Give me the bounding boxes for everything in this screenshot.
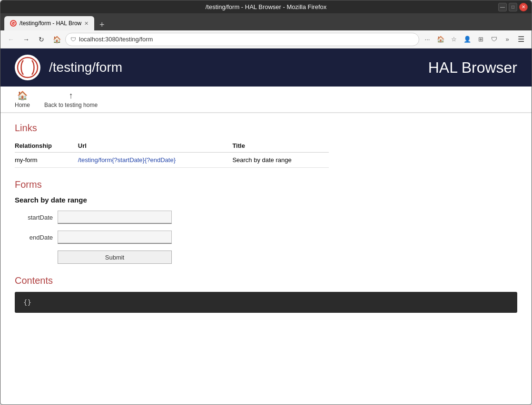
home-label: Home — [15, 102, 30, 108]
hal-browser-title: HAL Browser — [428, 59, 517, 77]
minimize-button[interactable]: — — [498, 3, 507, 11]
cell-relationship: my-form — [15, 153, 78, 168]
hal-current-path: /testing/form — [49, 60, 122, 75]
reload-button[interactable]: ↻ — [35, 33, 48, 46]
end-date-group: endDate — [15, 231, 517, 244]
forms-title: Forms — [15, 179, 517, 190]
pocket-button[interactable]: 🏠 — [434, 33, 447, 46]
tab-title: /testing/form - HAL Brow — [20, 20, 81, 27]
start-date-input[interactable] — [58, 211, 172, 224]
tab-close-button[interactable]: ✕ — [84, 20, 89, 27]
overflow-button[interactable]: » — [501, 33, 513, 46]
tab-favicon — [10, 20, 17, 27]
hal-logo-area: /testing/form — [15, 55, 122, 80]
back-nav-button[interactable]: ← — [4, 33, 18, 46]
content-area: Links Relationship Url Title my-form /te… — [0, 113, 532, 322]
profile-button[interactable]: 👤 — [461, 33, 473, 46]
hal-logo — [15, 55, 40, 80]
more-tools-button[interactable]: ··· — [421, 33, 433, 46]
breadcrumb-bar: 🏠 Home ↑ Back to testing home — [0, 87, 532, 113]
col-title: Title — [232, 139, 329, 153]
links-title: Links — [15, 123, 517, 134]
nav-action-buttons: ··· 🏠 ☆ 👤 ⊞ 🛡 » ☰ — [421, 33, 528, 46]
col-url: Url — [78, 139, 233, 153]
cell-url[interactable]: /testing/form{?startDate}{?endDate} — [78, 153, 233, 168]
tab-bar: /testing/form - HAL Brow ✕ + — [0, 13, 532, 30]
security-icon: 🛡 — [70, 36, 76, 43]
close-button[interactable]: ✕ — [519, 3, 528, 11]
shield-button[interactable]: 🛡 — [488, 33, 500, 46]
links-section: Links Relationship Url Title my-form /te… — [15, 123, 517, 168]
breadcrumb-back[interactable]: ↑ Back to testing home — [44, 91, 98, 108]
form-heading: Search by date range — [15, 196, 517, 204]
forms-section: Forms Search by date range startDate end… — [15, 179, 517, 264]
contents-title: Contents — [15, 275, 517, 286]
end-date-input[interactable] — [58, 231, 172, 244]
hal-header: /testing/form HAL Browser — [0, 48, 532, 87]
window-controls: — □ ✕ — [498, 3, 528, 11]
title-bar: /testing/form - HAL Browser - Mozilla Fi… — [0, 0, 532, 13]
restore-button[interactable]: □ — [509, 3, 517, 11]
address-bar-container[interactable]: 🛡 — [65, 33, 419, 46]
submit-button[interactable]: Submit — [58, 251, 172, 264]
home-icon: 🏠 — [17, 90, 28, 101]
new-tab-button[interactable]: + — [96, 19, 108, 30]
table-row: my-form /testing/form{?startDate}{?endDa… — [15, 153, 329, 168]
active-tab[interactable]: /testing/form - HAL Brow ✕ — [4, 16, 94, 30]
start-date-label: startDate — [15, 214, 53, 221]
contents-code: {} — [15, 292, 517, 313]
links-table: Relationship Url Title my-form /testing/… — [15, 139, 329, 168]
contents-section: Contents {} — [15, 275, 517, 313]
breadcrumb-home[interactable]: 🏠 Home — [15, 90, 30, 108]
baseball-logo-icon — [17, 57, 39, 78]
submit-wrapper: Submit — [58, 251, 517, 264]
bookmark-button[interactable]: ☆ — [448, 33, 460, 46]
up-icon: ↑ — [69, 91, 73, 101]
address-input[interactable] — [79, 36, 414, 43]
navigation-bar: ← → ↻ 🏠 🛡 ··· 🏠 ☆ 👤 ⊞ 🛡 » ☰ — [0, 30, 532, 48]
form-container: Search by date range startDate endDate S… — [15, 196, 517, 264]
forward-nav-button[interactable]: → — [20, 33, 33, 46]
menu-button[interactable]: ☰ — [514, 33, 528, 46]
start-date-group: startDate — [15, 211, 517, 224]
browser-window: /testing/form - HAL Browser - Mozilla Fi… — [0, 0, 532, 405]
back-label: Back to testing home — [44, 102, 98, 108]
home-nav-button[interactable]: 🏠 — [50, 33, 63, 46]
col-relationship: Relationship — [15, 139, 78, 153]
end-date-label: endDate — [15, 234, 53, 241]
window-title: /testing/form - HAL Browser - Mozilla Fi… — [206, 3, 327, 10]
extensions-button[interactable]: ⊞ — [474, 33, 487, 46]
cell-title: Search by date range — [232, 153, 329, 168]
